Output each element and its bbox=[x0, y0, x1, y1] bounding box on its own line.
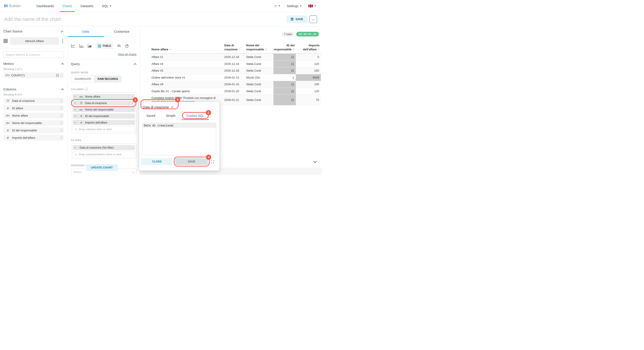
header-data-di-creazione[interactable]: Data di creazione bbox=[224, 42, 246, 54]
table-row: Ordine dell'online store #12026-01-13Nic… bbox=[152, 74, 321, 81]
edit-pencil-icon[interactable] bbox=[171, 106, 174, 108]
chevron-right-icon[interactable]: › bbox=[129, 100, 135, 106]
cell-id-del-responsabile: 1 bbox=[274, 74, 296, 81]
drag-handle-icon[interactable] bbox=[60, 114, 62, 117]
search-input[interactable] bbox=[6, 53, 62, 56]
remove-icon[interactable]: ✕ bbox=[72, 94, 78, 99]
language-menu[interactable] bbox=[308, 4, 316, 8]
bar-chart-icon[interactable] bbox=[79, 44, 84, 48]
nav-sql[interactable]: SQL bbox=[102, 0, 112, 12]
more-options-button[interactable]: ... bbox=[310, 16, 317, 23]
cell-nome-affare: Affare #3 bbox=[152, 60, 224, 67]
line-chart-icon[interactable] bbox=[71, 44, 76, 48]
scroll-down-icon[interactable] bbox=[313, 160, 317, 164]
chart-name-input[interactable]: Add the name of the chart bbox=[4, 16, 61, 22]
drop-filters-zone[interactable]: + Drop columns/metrics here or click bbox=[72, 152, 135, 157]
columns-dropzone-box: ✕ abc Nome affare › ✕ Data di creazione … bbox=[71, 92, 136, 134]
chevron-right-icon[interactable]: › bbox=[129, 107, 135, 112]
chevron-down-icon bbox=[278, 5, 280, 6]
nav-dashboards[interactable]: Dashboards bbox=[36, 0, 54, 12]
tab-custom-sql[interactable]: Custom SQL 2 bbox=[181, 112, 210, 120]
header-nome-del-responsabile[interactable]: Nome del responsabile bbox=[246, 42, 274, 54]
settings-menu[interactable]: Settings bbox=[287, 4, 302, 8]
column-chip-nome-affare[interactable]: ✕ abc Nome affare › bbox=[72, 94, 135, 99]
drag-handle-icon[interactable] bbox=[60, 74, 62, 77]
cell-data-di-creazione: 2025-12-18 bbox=[224, 67, 246, 74]
column-chip-data-di-creazione[interactable]: ✕ Data di creazione › bbox=[72, 100, 135, 106]
expand-icon[interactable] bbox=[211, 160, 214, 163]
remove-icon[interactable]: ✕ bbox=[72, 145, 78, 150]
cell-id-del-responsabile: 11 bbox=[274, 67, 296, 74]
close-button[interactable]: CLOSE bbox=[141, 158, 172, 165]
highlighted-chip-row: ✕ Data di creazione › 1 bbox=[72, 100, 135, 106]
clock-icon bbox=[80, 102, 82, 104]
area-chart-icon[interactable] bbox=[88, 44, 92, 48]
drop-columns-zone[interactable]: + Drop columns here or click bbox=[72, 126, 135, 132]
column-item-nome-del-responsabile[interactable]: abc Nome del responsabile bbox=[3, 120, 64, 126]
column-item-importo-dellaffare[interactable]: # Importo dell'affare bbox=[3, 135, 64, 140]
columns-section-title: Columns bbox=[3, 88, 16, 91]
raw-records-button[interactable]: RAW RECORDS bbox=[94, 76, 121, 82]
table-row: Ospite Blu #2 - Canale aperto2026-01-20S… bbox=[152, 88, 321, 95]
cell-id-del-responsabile: 11 bbox=[274, 54, 296, 60]
drag-handle-icon[interactable] bbox=[60, 99, 62, 102]
sort-icon bbox=[265, 48, 267, 50]
remove-icon[interactable]: ✕ bbox=[72, 100, 78, 106]
app-logo[interactable]: BI Builder bbox=[4, 4, 21, 8]
cell-nome-affare: Affare #9 bbox=[152, 81, 224, 88]
update-chart-button[interactable]: UPDATE CHART bbox=[86, 164, 118, 171]
chevron-up-icon[interactable] bbox=[61, 63, 64, 66]
tab-saved[interactable]: Saved bbox=[141, 112, 161, 120]
new-item-button[interactable]: + bbox=[274, 4, 280, 8]
dataset-options-icon[interactable] bbox=[61, 38, 64, 44]
metrics-search[interactable] bbox=[3, 51, 64, 58]
nav-charts[interactable]: Charts bbox=[62, 0, 72, 12]
tab-simple[interactable]: Simple bbox=[161, 112, 181, 120]
viz-type-table-selected[interactable]: TABLE bbox=[96, 43, 113, 49]
header-nome-affare[interactable]: Nome affare bbox=[152, 42, 224, 54]
column-item-data-di-creazione[interactable]: Data di creazione bbox=[3, 98, 64, 104]
nav-datasets[interactable]: Datasets bbox=[80, 0, 93, 12]
header-importo-dellaffare[interactable]: Importo dell'affare bbox=[296, 42, 321, 54]
column-item-nome-affare[interactable]: abc Nome affare bbox=[3, 112, 64, 118]
cell-nome-affare: Ospite Blu #2 - Canale aperto bbox=[152, 88, 224, 95]
pie-chart-icon[interactable] bbox=[125, 44, 129, 48]
drag-handle-icon[interactable] bbox=[60, 121, 62, 124]
view-all-charts-link[interactable]: View all charts bbox=[71, 52, 136, 56]
metric-item-count[interactable]: f(x) COUNT(*) bbox=[3, 72, 64, 78]
collapse-panel-icon[interactable] bbox=[61, 30, 64, 33]
popover-actions: CLOSE SAVE 4 bbox=[141, 158, 216, 165]
big-number-viz-icon[interactable]: 4k bbox=[117, 44, 121, 48]
chevron-up-icon[interactable] bbox=[61, 88, 64, 91]
number-type-icon: # bbox=[5, 129, 10, 132]
custom-sql-editor[interactable]: Data di creazione bbox=[142, 123, 216, 155]
aggregate-button[interactable]: AGGREGATE bbox=[71, 76, 94, 82]
tab-data[interactable]: Data bbox=[68, 26, 104, 37]
filter-chip-data-di-creazione[interactable]: ✕ Data di creazione (No filter) › bbox=[72, 145, 135, 150]
column-item-id-affare[interactable]: # ID affare bbox=[3, 105, 64, 111]
chevron-up-icon[interactable] bbox=[134, 63, 136, 66]
header-id-del-responsabile[interactable]: ID del responsabile bbox=[274, 42, 296, 54]
chevron-right-icon[interactable]: › bbox=[129, 145, 135, 150]
drag-handle-icon[interactable] bbox=[60, 136, 62, 139]
column-item-id-del-responsabile[interactable]: # ID del responsabile bbox=[3, 127, 64, 133]
save-chart-button[interactable]: SAVE bbox=[286, 16, 307, 23]
drag-handle-icon[interactable] bbox=[60, 106, 62, 110]
number-type-icon: # bbox=[5, 106, 10, 110]
chevron-right-icon[interactable]: › bbox=[129, 114, 135, 118]
plus-icon: + bbox=[274, 4, 277, 8]
chevron-right-icon[interactable]: › bbox=[129, 94, 135, 99]
remove-icon[interactable]: ✕ bbox=[72, 114, 78, 118]
popover-save-button[interactable]: SAVE bbox=[175, 158, 208, 165]
column-chip-id-del-responsabile[interactable]: ✕ # ID del responsabile › bbox=[72, 114, 135, 118]
cell-importo-dellaffare: 120 bbox=[296, 60, 321, 67]
remove-icon[interactable]: ✕ bbox=[72, 120, 78, 125]
drag-handle-icon[interactable] bbox=[60, 129, 62, 132]
remove-icon[interactable]: ✕ bbox=[72, 107, 78, 112]
column-chip-importo-dellaffare[interactable]: ✕ # Importo dell'affare › bbox=[72, 120, 135, 125]
columns-label: COLUMNS bbox=[71, 88, 84, 91]
column-chip-nome-del-responsabile[interactable]: ✕ abc Nome del responsabile › bbox=[72, 107, 135, 112]
chevron-right-icon[interactable]: › bbox=[129, 120, 135, 125]
dataset-selector[interactable]: bitrix24.Affare bbox=[10, 37, 59, 45]
tab-customize[interactable]: Customize bbox=[104, 26, 140, 37]
